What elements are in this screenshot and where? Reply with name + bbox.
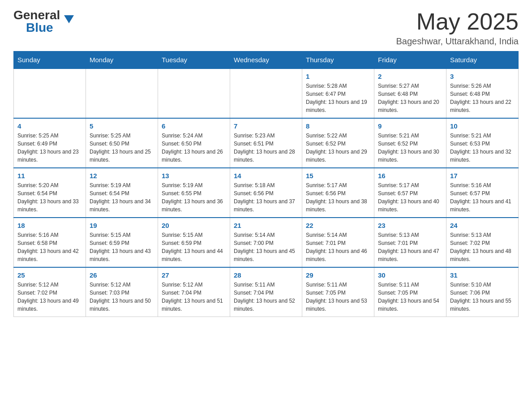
day-number: 7 — [234, 122, 298, 130]
col-friday: Friday — [374, 51, 446, 69]
calendar-cell: 14Sunrise: 5:18 AMSunset: 6:56 PMDayligh… — [230, 168, 302, 218]
day-number: 26 — [90, 271, 154, 279]
day-number: 11 — [17, 172, 82, 180]
day-number: 19 — [90, 222, 154, 229]
day-number: 10 — [450, 122, 515, 130]
day-info: Sunrise: 5:13 AMSunset: 7:01 PMDaylight:… — [378, 231, 442, 263]
calendar-cell: 24Sunrise: 5:13 AMSunset: 7:02 PMDayligh… — [446, 218, 519, 267]
calendar-cell: 29Sunrise: 5:11 AMSunset: 7:05 PMDayligh… — [302, 267, 374, 317]
calendar-cell: 26Sunrise: 5:12 AMSunset: 7:03 PMDayligh… — [86, 267, 158, 317]
day-info: Sunrise: 5:12 AMSunset: 7:02 PMDaylight:… — [17, 281, 82, 313]
day-number: 13 — [162, 172, 226, 180]
calendar-cell — [230, 68, 302, 118]
day-info: Sunrise: 5:14 AMSunset: 7:00 PMDaylight:… — [234, 231, 298, 263]
day-number: 24 — [450, 222, 515, 229]
calendar-cell: 13Sunrise: 5:19 AMSunset: 6:55 PMDayligh… — [158, 168, 230, 218]
calendar-cell: 7Sunrise: 5:23 AMSunset: 6:51 PMDaylight… — [230, 118, 302, 168]
logo-blue-text: Blue — [26, 21, 53, 34]
day-info: Sunrise: 5:21 AMSunset: 6:52 PMDaylight:… — [378, 132, 442, 164]
day-info: Sunrise: 5:10 AMSunset: 7:06 PMDaylight:… — [450, 281, 515, 313]
day-info: Sunrise: 5:12 AMSunset: 7:04 PMDaylight:… — [162, 281, 226, 313]
day-info: Sunrise: 5:15 AMSunset: 6:59 PMDaylight:… — [90, 231, 154, 263]
day-info: Sunrise: 5:21 AMSunset: 6:53 PMDaylight:… — [450, 132, 515, 164]
week-row-1: 4Sunrise: 5:25 AMSunset: 6:49 PMDaylight… — [14, 118, 519, 168]
logo: General Blue — [13, 9, 64, 34]
day-number: 3 — [450, 73, 515, 80]
day-number: 29 — [306, 271, 370, 279]
day-info: Sunrise: 5:23 AMSunset: 6:51 PMDaylight:… — [234, 132, 298, 164]
calendar-cell: 19Sunrise: 5:15 AMSunset: 6:59 PMDayligh… — [86, 218, 158, 267]
calendar-cell: 28Sunrise: 5:11 AMSunset: 7:04 PMDayligh… — [230, 267, 302, 317]
day-info: Sunrise: 5:26 AMSunset: 6:48 PMDaylight:… — [450, 82, 515, 114]
day-info: Sunrise: 5:19 AMSunset: 6:54 PMDaylight:… — [90, 181, 154, 214]
location-title: Bageshwar, Uttarakhand, India — [396, 36, 519, 47]
day-number: 6 — [162, 122, 226, 130]
day-number: 31 — [450, 271, 515, 279]
col-thursday: Thursday — [302, 51, 374, 69]
day-info: Sunrise: 5:11 AMSunset: 7:04 PMDaylight:… — [234, 281, 298, 313]
calendar-cell: 17Sunrise: 5:16 AMSunset: 6:57 PMDayligh… — [446, 168, 519, 218]
calendar-cell: 4Sunrise: 5:25 AMSunset: 6:49 PMDaylight… — [14, 118, 86, 168]
page-header: General Blue May 2025 Bageshwar, Uttarak… — [13, 9, 519, 47]
calendar-cell: 6Sunrise: 5:24 AMSunset: 6:50 PMDaylight… — [158, 118, 230, 168]
day-number: 27 — [162, 271, 226, 279]
day-info: Sunrise: 5:15 AMSunset: 6:59 PMDaylight:… — [162, 231, 226, 263]
day-number: 12 — [90, 172, 154, 180]
day-info: Sunrise: 5:17 AMSunset: 6:56 PMDaylight:… — [306, 181, 370, 214]
day-number: 15 — [306, 172, 370, 180]
calendar-cell — [14, 68, 86, 118]
day-number: 23 — [378, 222, 442, 229]
day-info: Sunrise: 5:16 AMSunset: 6:58 PMDaylight:… — [17, 231, 82, 263]
day-number: 28 — [234, 271, 298, 279]
day-number: 1 — [306, 73, 370, 80]
calendar-cell: 5Sunrise: 5:25 AMSunset: 6:50 PMDaylight… — [86, 118, 158, 168]
calendar-cell: 1Sunrise: 5:28 AMSunset: 6:47 PMDaylight… — [302, 68, 374, 118]
day-info: Sunrise: 5:28 AMSunset: 6:47 PMDaylight:… — [306, 82, 370, 114]
calendar-cell: 12Sunrise: 5:19 AMSunset: 6:54 PMDayligh… — [86, 168, 158, 218]
calendar-cell: 9Sunrise: 5:21 AMSunset: 6:52 PMDaylight… — [374, 118, 446, 168]
day-info: Sunrise: 5:22 AMSunset: 6:52 PMDaylight:… — [306, 132, 370, 164]
week-row-4: 25Sunrise: 5:12 AMSunset: 7:02 PMDayligh… — [14, 267, 519, 317]
day-info: Sunrise: 5:20 AMSunset: 6:54 PMDaylight:… — [17, 181, 82, 214]
week-row-0: 1Sunrise: 5:28 AMSunset: 6:47 PMDaylight… — [14, 68, 519, 118]
col-sunday: Sunday — [14, 51, 86, 69]
calendar-cell: 23Sunrise: 5:13 AMSunset: 7:01 PMDayligh… — [374, 218, 446, 267]
day-number: 22 — [306, 222, 370, 229]
day-info: Sunrise: 5:18 AMSunset: 6:56 PMDaylight:… — [234, 181, 298, 214]
calendar-cell: 20Sunrise: 5:15 AMSunset: 6:59 PMDayligh… — [158, 218, 230, 267]
calendar-header-row: Sunday Monday Tuesday Wednesday Thursday… — [14, 51, 519, 69]
day-number: 30 — [378, 271, 442, 279]
day-number: 18 — [17, 222, 82, 229]
calendar-cell: 8Sunrise: 5:22 AMSunset: 6:52 PMDaylight… — [302, 118, 374, 168]
day-info: Sunrise: 5:27 AMSunset: 6:48 PMDaylight:… — [378, 82, 442, 114]
day-info: Sunrise: 5:14 AMSunset: 7:01 PMDaylight:… — [306, 231, 370, 263]
day-info: Sunrise: 5:25 AMSunset: 6:49 PMDaylight:… — [17, 132, 82, 164]
calendar-cell: 30Sunrise: 5:11 AMSunset: 7:05 PMDayligh… — [374, 267, 446, 317]
day-number: 5 — [90, 122, 154, 130]
calendar-cell: 25Sunrise: 5:12 AMSunset: 7:02 PMDayligh… — [14, 267, 86, 317]
calendar-cell: 18Sunrise: 5:16 AMSunset: 6:58 PMDayligh… — [14, 218, 86, 267]
calendar-cell: 15Sunrise: 5:17 AMSunset: 6:56 PMDayligh… — [302, 168, 374, 218]
day-number: 4 — [17, 122, 82, 130]
svg-marker-0 — [64, 15, 74, 23]
calendar-cell: 11Sunrise: 5:20 AMSunset: 6:54 PMDayligh… — [14, 168, 86, 218]
col-saturday: Saturday — [446, 51, 519, 69]
calendar-cell: 21Sunrise: 5:14 AMSunset: 7:00 PMDayligh… — [230, 218, 302, 267]
calendar-cell: 16Sunrise: 5:17 AMSunset: 6:57 PMDayligh… — [374, 168, 446, 218]
day-info: Sunrise: 5:13 AMSunset: 7:02 PMDaylight:… — [450, 231, 515, 263]
day-number: 8 — [306, 122, 370, 130]
day-number: 9 — [378, 122, 442, 130]
day-info: Sunrise: 5:24 AMSunset: 6:50 PMDaylight:… — [162, 132, 226, 164]
title-section: May 2025 Bageshwar, Uttarakhand, India — [396, 9, 519, 47]
logo-general-text: General — [13, 9, 60, 21]
day-number: 21 — [234, 222, 298, 229]
day-info: Sunrise: 5:16 AMSunset: 6:57 PMDaylight:… — [450, 181, 515, 214]
day-info: Sunrise: 5:11 AMSunset: 7:05 PMDaylight:… — [378, 281, 442, 313]
col-wednesday: Wednesday — [230, 51, 302, 69]
calendar-cell: 3Sunrise: 5:26 AMSunset: 6:48 PMDaylight… — [446, 68, 519, 118]
col-tuesday: Tuesday — [158, 51, 230, 69]
calendar-cell — [158, 68, 230, 118]
calendar-cell: 2Sunrise: 5:27 AMSunset: 6:48 PMDaylight… — [374, 68, 446, 118]
calendar-cell: 31Sunrise: 5:10 AMSunset: 7:06 PMDayligh… — [446, 267, 519, 317]
calendar-cell: 10Sunrise: 5:21 AMSunset: 6:53 PMDayligh… — [446, 118, 519, 168]
